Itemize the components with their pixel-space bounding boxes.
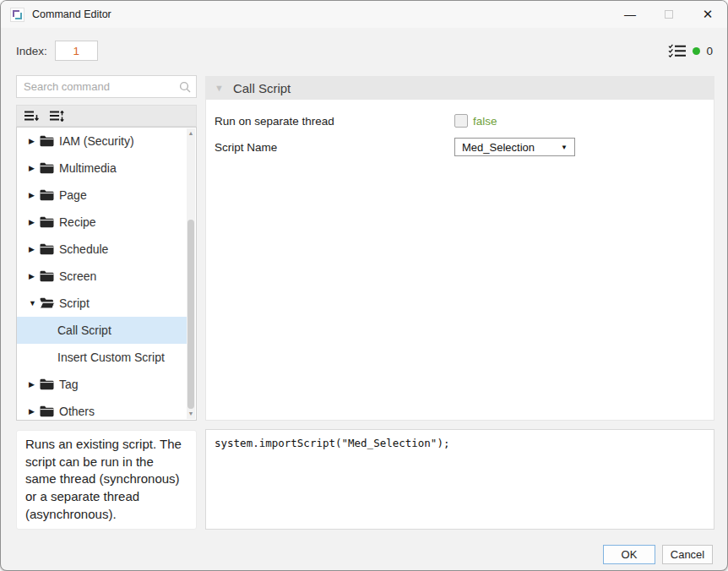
property-panel: Run on separate thread false Script Name… xyxy=(205,100,714,421)
close-button[interactable]: ✕ xyxy=(688,1,727,28)
script-name-value: Med_Selection xyxy=(462,141,561,154)
tree-item[interactable]: ▶ Others xyxy=(17,398,187,421)
tree-item[interactable]: Insert Custom Script xyxy=(17,344,187,371)
tree-scrollbar[interactable]: ▲ ▼ xyxy=(187,128,195,419)
scrollbar-thumb[interactable] xyxy=(187,220,194,409)
tree-item-label: Page xyxy=(59,188,87,202)
index-label: Index: xyxy=(16,45,47,57)
search-icon xyxy=(179,81,191,93)
expander-icon[interactable]: ▶ xyxy=(29,218,40,226)
folder-icon xyxy=(40,270,58,282)
expander-icon[interactable]: ▶ xyxy=(29,245,40,253)
folder-icon xyxy=(40,378,58,390)
folder-icon xyxy=(40,297,58,309)
expander-icon[interactable]: ▶ xyxy=(29,137,40,145)
expand-all-icon[interactable] xyxy=(50,111,64,122)
expander-icon[interactable]: ▶ xyxy=(29,164,40,172)
status-dot-icon xyxy=(693,47,700,55)
collapse-section-icon: ▼ xyxy=(215,83,224,93)
run-on-separate-thread-value: false xyxy=(473,115,497,128)
maximize-icon xyxy=(665,10,673,19)
search-input[interactable] xyxy=(17,80,179,93)
search-box xyxy=(16,75,197,98)
run-on-separate-thread-label: Run on separate thread xyxy=(215,115,454,128)
tree-item-label: Screen xyxy=(59,269,96,283)
index-input[interactable] xyxy=(55,41,98,61)
folder-icon xyxy=(40,189,58,201)
expander-icon[interactable]: ▶ xyxy=(29,191,40,199)
tree-item[interactable]: ▶ Page xyxy=(17,182,187,209)
tree-item-label: Others xyxy=(59,405,95,418)
property-panel-header[interactable]: ▼ Call Script xyxy=(205,76,714,100)
tree-item[interactable]: ▶ Multimedia xyxy=(17,155,187,182)
scroll-up-icon[interactable]: ▲ xyxy=(187,129,195,138)
tree-item[interactable]: ▶ Schedule xyxy=(17,236,187,263)
property-panel-title: Call Script xyxy=(233,81,291,95)
tree-item-label: Insert Custom Script xyxy=(57,351,165,364)
tree-item[interactable]: ▶ Screen xyxy=(17,263,187,290)
folder-icon xyxy=(40,135,58,147)
folder-icon xyxy=(40,243,58,255)
folder-icon xyxy=(40,405,58,417)
tree-item-label: IAM (Security) xyxy=(59,134,134,148)
tree-item[interactable]: ▶ IAM (Security) xyxy=(17,128,187,155)
script-name-label: Script Name xyxy=(215,141,454,154)
task-list-icon[interactable] xyxy=(668,44,687,57)
title-bar: Command Editor — ✕ xyxy=(1,1,727,28)
index-row: Index: xyxy=(16,41,98,61)
cancel-button[interactable]: Cancel xyxy=(662,545,713,564)
status-group: 0 xyxy=(668,44,713,57)
expander-icon[interactable]: ▶ xyxy=(29,272,40,280)
script-code-preview[interactable]: system.importScript("Med_Selection"); xyxy=(205,429,714,530)
property-row: Run on separate thread false xyxy=(215,114,705,128)
folder-icon xyxy=(40,216,58,228)
expander-icon[interactable]: ▶ xyxy=(29,380,40,389)
tree-item-label: Call Script xyxy=(57,324,111,337)
tree-item[interactable]: Call Script xyxy=(17,317,187,344)
expander-icon[interactable]: ▶ xyxy=(29,407,40,416)
tree-toolbar xyxy=(16,105,197,127)
command-description: Runs an existing script. The script can … xyxy=(16,430,197,530)
scroll-down-icon[interactable]: ▼ xyxy=(187,410,195,418)
tree-item[interactable]: ▶ Recipe xyxy=(17,209,187,236)
run-on-separate-thread-checkbox[interactable] xyxy=(454,114,468,128)
script-name-dropdown[interactable]: Med_Selection ▼ xyxy=(454,138,575,156)
command-tree-list: ▶ IAM (Security) ▶ Multimedia ▶ Page ▶ R… xyxy=(17,128,187,420)
tree-item[interactable]: ▶ Tag xyxy=(17,371,187,398)
property-row: Script Name Med_Selection ▼ xyxy=(215,138,705,156)
command-tree: ▶ IAM (Security) ▶ Multimedia ▶ Page ▶ R… xyxy=(16,127,197,421)
ok-button[interactable]: OK xyxy=(603,545,655,564)
tree-item-label: Tag xyxy=(59,378,79,391)
tree-item-label: Multimedia xyxy=(59,161,117,175)
collapse-all-icon[interactable] xyxy=(24,111,39,122)
tree-item[interactable]: ▼ Script xyxy=(17,290,187,317)
status-count: 0 xyxy=(706,45,713,57)
command-editor-window: Command Editor — ✕ Index: 0 xyxy=(0,0,728,571)
tree-item-label: Schedule xyxy=(59,242,108,256)
window-title: Command Editor xyxy=(32,8,111,20)
tree-item-label: Script xyxy=(59,296,90,310)
tree-item-label: Recipe xyxy=(59,215,96,229)
maximize-button[interactable] xyxy=(649,1,688,28)
expander-icon[interactable]: ▼ xyxy=(29,299,40,307)
folder-icon xyxy=(40,162,58,174)
chevron-down-icon: ▼ xyxy=(561,144,568,151)
minimize-button[interactable]: — xyxy=(611,1,649,28)
app-logo-icon xyxy=(10,8,24,22)
